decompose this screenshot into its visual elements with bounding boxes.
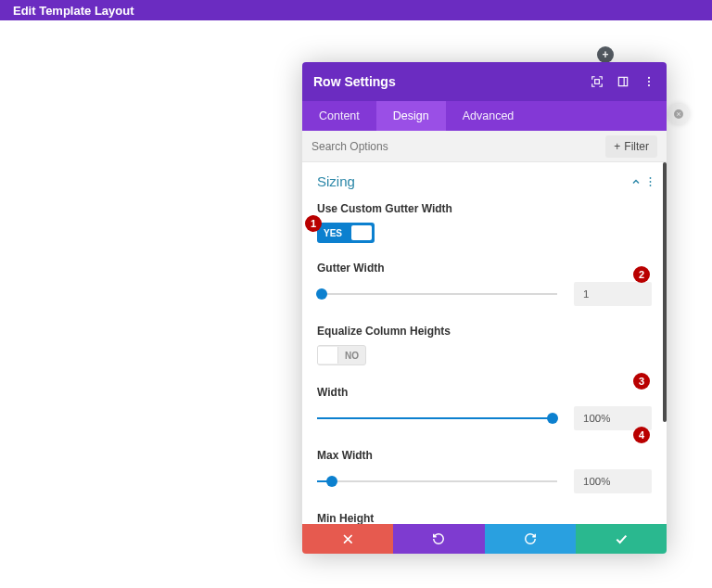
plus-icon: + <box>614 140 620 153</box>
field-label: Equalize Column Heights <box>317 325 652 338</box>
panel-content: Sizing Use Custom Gutter Width YES Gutte… <box>302 162 667 524</box>
custom-gutter-toggle[interactable]: YES <box>317 223 375 243</box>
gutter-width-input[interactable] <box>574 282 652 306</box>
chevron-up-icon[interactable] <box>630 176 642 187</box>
section-title: Sizing <box>317 173 355 189</box>
svg-point-3 <box>648 77 650 79</box>
marker-2: 2 <box>633 266 650 283</box>
field-width: Width <box>317 386 652 430</box>
tab-advanced[interactable]: Advanced <box>446 101 531 131</box>
field-label: Gutter Width <box>317 262 652 275</box>
check-icon <box>614 531 629 546</box>
settings-panel: Row Settings Content Design Advanced + F… <box>302 62 667 554</box>
svg-rect-0 <box>595 80 600 84</box>
toggle-knob <box>318 347 338 364</box>
tabs: Content Design Advanced <box>302 101 667 131</box>
field-equalize: Equalize Column Heights NO <box>317 325 652 367</box>
undo-button[interactable] <box>393 524 484 554</box>
max-width-slider[interactable] <box>317 472 557 491</box>
field-label: Max Width <box>317 449 652 462</box>
tab-content[interactable]: Content <box>302 101 376 131</box>
kebab-icon[interactable] <box>649 176 652 187</box>
panel-footer <box>302 524 667 554</box>
svg-point-4 <box>648 81 650 83</box>
undo-icon <box>432 532 445 545</box>
field-min-height: Min Height <box>317 512 652 524</box>
search-input[interactable] <box>312 140 598 153</box>
add-module-button[interactable]: + <box>597 46 614 63</box>
marker-3: 3 <box>633 373 650 390</box>
section-header[interactable]: Sizing <box>317 173 652 189</box>
close-panel-button[interactable] <box>668 104 689 124</box>
svg-rect-1 <box>618 77 627 85</box>
search-filter-row: + Filter <box>302 131 667 162</box>
svg-point-8 <box>650 185 652 186</box>
gutter-width-slider[interactable] <box>317 285 557 303</box>
field-gutter-width: Gutter Width <box>317 262 652 306</box>
panel-title: Row Settings <box>313 74 396 89</box>
filter-label: Filter <box>624 140 649 153</box>
tab-design[interactable]: Design <box>376 101 446 131</box>
kebab-icon[interactable] <box>642 75 655 88</box>
field-custom-gutter: Use Custom Gutter Width YES <box>317 202 652 243</box>
svg-point-6 <box>650 177 652 179</box>
svg-point-7 <box>650 181 652 183</box>
field-label: Width <box>317 386 652 399</box>
page-title-bar: Edit Template Layout <box>0 0 712 20</box>
filter-button[interactable]: + Filter <box>605 135 657 158</box>
layout-icon[interactable] <box>617 75 629 88</box>
field-label: Use Custom Gutter Width <box>317 202 652 215</box>
panel-header-icons <box>591 75 655 88</box>
expand-icon[interactable] <box>591 75 604 88</box>
width-slider[interactable] <box>317 409 557 428</box>
toggle-knob <box>351 225 372 240</box>
field-max-width: Max Width <box>317 449 652 493</box>
page-title: Edit Template Layout <box>13 4 134 18</box>
svg-point-5 <box>648 84 650 86</box>
redo-icon <box>524 532 537 545</box>
field-label: Min Height <box>317 512 652 524</box>
section-icons <box>630 176 652 187</box>
toggle-state: YES <box>317 228 349 238</box>
toggle-state: NO <box>338 351 365 361</box>
save-button[interactable] <box>576 524 667 554</box>
marker-4: 4 <box>633 427 650 443</box>
redo-button[interactable] <box>485 524 576 554</box>
cancel-button[interactable] <box>302 524 393 554</box>
panel-header: Row Settings <box>302 62 667 101</box>
equalize-toggle[interactable]: NO <box>317 345 366 365</box>
close-icon <box>341 532 354 545</box>
marker-1: 1 <box>305 215 322 232</box>
max-width-input[interactable] <box>574 469 652 493</box>
scrollbar[interactable] <box>663 162 667 422</box>
